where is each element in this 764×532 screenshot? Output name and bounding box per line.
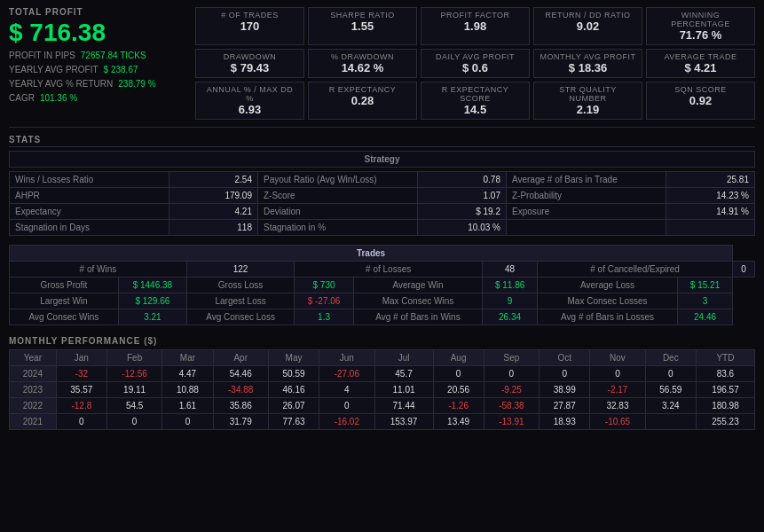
metric-label: WINNING PERCENTAGE <box>652 11 749 28</box>
monthly-value: 0 <box>540 366 590 382</box>
monthly-value: 19.11 <box>106 382 161 398</box>
trades-label: Average Loss <box>538 278 678 293</box>
monthly-value: 83.6 <box>696 366 754 382</box>
metric-box: R EXPECTANCY0.28 <box>308 82 417 120</box>
metric-box: # OF TRADES170 <box>195 7 304 45</box>
yearly-avg-value: $ 238.67 <box>104 63 138 77</box>
trades-label: Avg # of Bars in Losses <box>538 309 678 325</box>
metric-box: R EXPECTANCY SCORE14.5 <box>421 82 530 120</box>
monthly-value: 56.59 <box>645 382 696 398</box>
monthly-header: Dec <box>645 350 696 366</box>
strategy-value: 1.07 <box>417 188 506 204</box>
strategy-label: Exposure <box>506 204 666 220</box>
metric-value: 0.92 <box>652 94 749 107</box>
monthly-value: 0 <box>590 366 645 382</box>
monthly-value: 31.79 <box>213 414 268 430</box>
metric-box: MONTHLY AVG PROFIT$ 18.36 <box>533 49 642 78</box>
strategy-label: Stagnation in Days <box>10 220 169 236</box>
strategy-label: AHPR <box>10 188 169 204</box>
monthly-value: 0 <box>106 414 161 430</box>
strategy-value: 118 <box>169 220 257 236</box>
monthly-table: YearJanFebMarAprMayJunJulAugSepOctNovDec… <box>9 349 755 430</box>
metric-value: 1.55 <box>314 20 411 33</box>
strategy-value: $ 19.2 <box>417 204 506 220</box>
monthly-value: 20.56 <box>433 382 484 398</box>
metric-value: 14.5 <box>427 103 524 116</box>
monthly-value: 196.57 <box>696 382 754 398</box>
monthly-value: -2.17 <box>590 382 645 398</box>
monthly-value: 32.83 <box>590 398 645 414</box>
metric-value: 14.62 % <box>314 61 411 74</box>
trades-data-row: Avg Consec Wins3.21Avg Consec Loss1.3Avg… <box>10 309 755 325</box>
monthly-value: -13.91 <box>484 414 539 430</box>
top-section: TOTAL PROFIT $ 716.38 PROFIT IN PIPS 726… <box>0 0 764 123</box>
strategy-label <box>506 220 666 236</box>
profit-pips-label: PROFIT IN PIPS <box>9 49 75 63</box>
monthly-value: 0 <box>645 366 696 382</box>
trades-value: 26.34 <box>483 309 538 325</box>
strategy-label: Payout Ratio (Avg Win/Loss) <box>257 172 417 188</box>
metrics-grid: # OF TRADES170SHARPE RATIO1.55PROFIT FAC… <box>195 7 755 120</box>
monthly-value: 1.61 <box>162 398 213 414</box>
monthly-value: 54.46 <box>213 366 268 382</box>
trades-value: $ 730 <box>295 278 354 293</box>
metric-value: 1.98 <box>427 20 524 33</box>
monthly-header: Feb <box>106 350 161 366</box>
strategy-value: 2.54 <box>169 172 257 188</box>
strategy-row: Wins / Losses Ratio2.54Payout Ratio (Avg… <box>10 172 755 188</box>
monthly-value: -12.8 <box>56 398 106 414</box>
metric-label: R EXPECTANCY SCORE <box>427 85 524 103</box>
strategy-value <box>666 220 754 236</box>
metric-box: DAILY AVG PROFIT$ 0.6 <box>421 49 530 78</box>
stats-section: STATS Strategy Wins / Losses Ratio2.54Pa… <box>0 131 764 243</box>
trades-label: Avg # of Bars in Wins <box>353 309 482 325</box>
yearly-return-label: YEARLY AVG % RETURN <box>9 77 113 91</box>
strategy-label: Deviation <box>257 204 417 220</box>
monthly-row: 2022-12.854.51.6135.8626.07071.44-1.26-5… <box>10 398 755 414</box>
metrics-row3: ANNUAL % / MAX DD %6.93R EXPECTANCY0.28R… <box>195 82 755 120</box>
monthly-value: 77.63 <box>268 414 319 430</box>
profit-pips-value: 72657.84 TICKS <box>81 49 146 63</box>
trades-value: $ 11.86 <box>483 278 538 293</box>
metric-value: 2.19 <box>540 103 636 116</box>
trades-value: $ -27.06 <box>295 293 354 309</box>
monthly-value: -58.38 <box>484 398 539 414</box>
metric-value: 170 <box>201 20 298 33</box>
monthly-header: Jun <box>319 350 374 366</box>
monthly-value: 45.7 <box>374 366 433 382</box>
metric-value: $ 0.6 <box>427 61 524 74</box>
trades-value: 122 <box>186 262 294 278</box>
strategy-value: 25.81 <box>666 172 754 188</box>
metric-label: AVERAGE TRADE <box>652 52 749 61</box>
cagr-value: 101.36 % <box>40 91 77 106</box>
strategy-row: Stagnation in Days118Stagnation in %10.0… <box>10 220 755 236</box>
metric-box: PROFIT FACTOR1.98 <box>421 7 530 45</box>
monthly-year: 2024 <box>10 366 57 382</box>
metric-value: $ 18.36 <box>540 61 636 74</box>
strategy-value: 14.91 % <box>666 204 754 220</box>
trades-header-row: # of Wins122# of Losses48# of Cancelled/… <box>10 262 755 278</box>
monthly-header: Jul <box>374 350 433 366</box>
monthly-header: Oct <box>540 350 590 366</box>
monthly-value: 35.57 <box>56 382 106 398</box>
monthly-value: 46.16 <box>268 382 319 398</box>
strategy-value: 4.21 <box>169 204 257 220</box>
monthly-value: 153.97 <box>374 414 433 430</box>
monthly-value: 13.49 <box>433 414 484 430</box>
metric-box: STR QUALITY NUMBER2.19 <box>533 82 642 120</box>
monthly-value: 0 <box>484 366 539 382</box>
metric-label: % DRAWDOWN <box>314 52 411 61</box>
strategy-label: Average # of Bars in Trade <box>506 172 666 188</box>
metric-label: PROFIT FACTOR <box>427 11 524 20</box>
monthly-value <box>645 414 696 430</box>
total-profit-label: TOTAL PROFIT <box>9 7 186 17</box>
trades-value: 24.46 <box>677 309 732 325</box>
strategy-value: 14.23 % <box>666 188 754 204</box>
metric-value: 6.93 <box>201 103 298 116</box>
monthly-header: Year <box>10 350 57 366</box>
strategy-value: 179.09 <box>169 188 257 204</box>
strategy-value: 0.78 <box>417 172 506 188</box>
strategy-table: Strategy <box>9 151 755 168</box>
monthly-value: 35.86 <box>213 398 268 414</box>
metric-label: DRAWDOWN <box>201 52 298 61</box>
